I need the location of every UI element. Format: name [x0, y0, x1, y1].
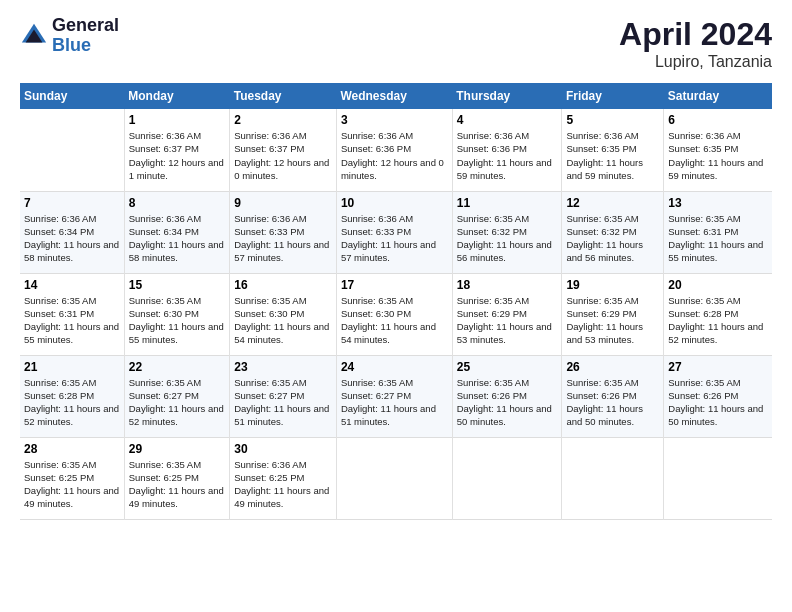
week-row-3: 21 Sunrise: 6:35 AM Sunset: 6:28 PM Dayl… [20, 355, 772, 437]
sunset: Sunset: 6:28 PM [24, 390, 94, 401]
day-number: 14 [24, 278, 120, 292]
day-number: 22 [129, 360, 225, 374]
calendar-cell: 21 Sunrise: 6:35 AM Sunset: 6:28 PM Dayl… [20, 355, 124, 437]
calendar-cell: 3 Sunrise: 6:36 AM Sunset: 6:36 PM Dayli… [336, 109, 452, 191]
day-number: 29 [129, 442, 225, 456]
day-number: 12 [566, 196, 659, 210]
daylight: Daylight: 12 hours and 1 minute. [129, 157, 224, 181]
sunrise: Sunrise: 6:35 AM [457, 295, 529, 306]
daylight: Daylight: 11 hours and 57 minutes. [341, 239, 436, 263]
day-detail: Sunrise: 6:35 AM Sunset: 6:27 PM Dayligh… [234, 376, 332, 429]
day-detail: Sunrise: 6:35 AM Sunset: 6:25 PM Dayligh… [24, 458, 120, 511]
sunset: Sunset: 6:36 PM [457, 143, 527, 154]
logo-blue: Blue [52, 36, 119, 56]
daylight: Daylight: 11 hours and 54 minutes. [234, 321, 329, 345]
calendar-cell: 12 Sunrise: 6:35 AM Sunset: 6:32 PM Dayl… [562, 191, 664, 273]
day-detail: Sunrise: 6:36 AM Sunset: 6:35 PM Dayligh… [566, 129, 659, 182]
sunrise: Sunrise: 6:35 AM [24, 295, 96, 306]
sunset: Sunset: 6:33 PM [234, 226, 304, 237]
day-number: 28 [24, 442, 120, 456]
sunset: Sunset: 6:27 PM [129, 390, 199, 401]
day-number: 8 [129, 196, 225, 210]
day-number: 21 [24, 360, 120, 374]
calendar-cell [20, 109, 124, 191]
calendar-cell: 6 Sunrise: 6:36 AM Sunset: 6:35 PM Dayli… [664, 109, 772, 191]
day-detail: Sunrise: 6:35 AM Sunset: 6:27 PM Dayligh… [129, 376, 225, 429]
daylight: Daylight: 12 hours and 0 minutes. [234, 157, 329, 181]
day-detail: Sunrise: 6:35 AM Sunset: 6:32 PM Dayligh… [566, 212, 659, 265]
col-friday: Friday [562, 83, 664, 109]
daylight: Daylight: 11 hours and 49 minutes. [234, 485, 329, 509]
sunset: Sunset: 6:29 PM [457, 308, 527, 319]
calendar-cell: 18 Sunrise: 6:35 AM Sunset: 6:29 PM Dayl… [452, 273, 562, 355]
sunrise: Sunrise: 6:36 AM [234, 130, 306, 141]
day-detail: Sunrise: 6:35 AM Sunset: 6:26 PM Dayligh… [566, 376, 659, 429]
day-detail: Sunrise: 6:36 AM Sunset: 6:34 PM Dayligh… [24, 212, 120, 265]
daylight: Daylight: 11 hours and 50 minutes. [566, 403, 643, 427]
logo-icon [20, 22, 48, 50]
calendar-cell [562, 437, 664, 519]
col-wednesday: Wednesday [336, 83, 452, 109]
sunrise: Sunrise: 6:36 AM [129, 213, 201, 224]
daylight: Daylight: 11 hours and 59 minutes. [668, 157, 763, 181]
calendar-cell: 8 Sunrise: 6:36 AM Sunset: 6:34 PM Dayli… [124, 191, 229, 273]
location: Lupiro, Tanzania [619, 53, 772, 71]
sunrise: Sunrise: 6:36 AM [234, 459, 306, 470]
daylight: Daylight: 11 hours and 55 minutes. [24, 321, 119, 345]
calendar-cell: 29 Sunrise: 6:35 AM Sunset: 6:25 PM Dayl… [124, 437, 229, 519]
sunset: Sunset: 6:26 PM [668, 390, 738, 401]
daylight: Daylight: 11 hours and 51 minutes. [234, 403, 329, 427]
logo-text: General Blue [52, 16, 119, 56]
sunrise: Sunrise: 6:35 AM [129, 377, 201, 388]
day-number: 3 [341, 113, 448, 127]
day-number: 4 [457, 113, 558, 127]
sunrise: Sunrise: 6:36 AM [341, 130, 413, 141]
day-number: 9 [234, 196, 332, 210]
day-number: 24 [341, 360, 448, 374]
day-detail: Sunrise: 6:36 AM Sunset: 6:33 PM Dayligh… [234, 212, 332, 265]
daylight: Daylight: 11 hours and 52 minutes. [129, 403, 224, 427]
calendar-cell: 30 Sunrise: 6:36 AM Sunset: 6:25 PM Dayl… [230, 437, 337, 519]
sunrise: Sunrise: 6:35 AM [668, 295, 740, 306]
sunrise: Sunrise: 6:35 AM [457, 213, 529, 224]
header: General Blue April 2024 Lupiro, Tanzania [20, 16, 772, 71]
day-detail: Sunrise: 6:36 AM Sunset: 6:25 PM Dayligh… [234, 458, 332, 511]
sunset: Sunset: 6:36 PM [341, 143, 411, 154]
sunset: Sunset: 6:30 PM [234, 308, 304, 319]
day-detail: Sunrise: 6:35 AM Sunset: 6:26 PM Dayligh… [457, 376, 558, 429]
sunrise: Sunrise: 6:36 AM [24, 213, 96, 224]
sunrise: Sunrise: 6:36 AM [457, 130, 529, 141]
daylight: Daylight: 11 hours and 57 minutes. [234, 239, 329, 263]
sunrise: Sunrise: 6:36 AM [668, 130, 740, 141]
day-detail: Sunrise: 6:36 AM Sunset: 6:35 PM Dayligh… [668, 129, 768, 182]
daylight: Daylight: 11 hours and 50 minutes. [457, 403, 552, 427]
calendar-cell: 9 Sunrise: 6:36 AM Sunset: 6:33 PM Dayli… [230, 191, 337, 273]
sunset: Sunset: 6:32 PM [457, 226, 527, 237]
calendar-cell: 15 Sunrise: 6:35 AM Sunset: 6:30 PM Dayl… [124, 273, 229, 355]
sunset: Sunset: 6:34 PM [24, 226, 94, 237]
sunrise: Sunrise: 6:35 AM [668, 377, 740, 388]
calendar-cell: 4 Sunrise: 6:36 AM Sunset: 6:36 PM Dayli… [452, 109, 562, 191]
day-detail: Sunrise: 6:35 AM Sunset: 6:31 PM Dayligh… [668, 212, 768, 265]
calendar-cell: 13 Sunrise: 6:35 AM Sunset: 6:31 PM Dayl… [664, 191, 772, 273]
sunrise: Sunrise: 6:35 AM [129, 459, 201, 470]
daylight: Daylight: 11 hours and 58 minutes. [129, 239, 224, 263]
calendar-cell: 2 Sunrise: 6:36 AM Sunset: 6:37 PM Dayli… [230, 109, 337, 191]
header-row: Sunday Monday Tuesday Wednesday Thursday… [20, 83, 772, 109]
calendar-cell: 17 Sunrise: 6:35 AM Sunset: 6:30 PM Dayl… [336, 273, 452, 355]
day-detail: Sunrise: 6:36 AM Sunset: 6:37 PM Dayligh… [129, 129, 225, 182]
sunrise: Sunrise: 6:35 AM [24, 377, 96, 388]
daylight: Daylight: 11 hours and 51 minutes. [341, 403, 436, 427]
daylight: Daylight: 11 hours and 59 minutes. [457, 157, 552, 181]
calendar-cell: 27 Sunrise: 6:35 AM Sunset: 6:26 PM Dayl… [664, 355, 772, 437]
calendar-table: Sunday Monday Tuesday Wednesday Thursday… [20, 83, 772, 520]
day-detail: Sunrise: 6:35 AM Sunset: 6:28 PM Dayligh… [24, 376, 120, 429]
daylight: Daylight: 11 hours and 52 minutes. [668, 321, 763, 345]
sunrise: Sunrise: 6:35 AM [234, 295, 306, 306]
day-detail: Sunrise: 6:36 AM Sunset: 6:33 PM Dayligh… [341, 212, 448, 265]
day-detail: Sunrise: 6:36 AM Sunset: 6:37 PM Dayligh… [234, 129, 332, 182]
calendar-cell: 5 Sunrise: 6:36 AM Sunset: 6:35 PM Dayli… [562, 109, 664, 191]
sunset: Sunset: 6:25 PM [234, 472, 304, 483]
day-number: 20 [668, 278, 768, 292]
day-detail: Sunrise: 6:35 AM Sunset: 6:30 PM Dayligh… [129, 294, 225, 347]
